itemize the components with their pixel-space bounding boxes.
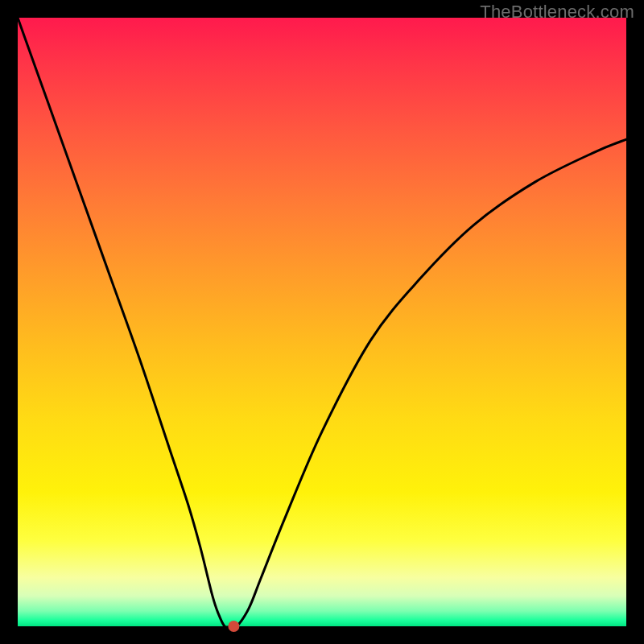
- chart-frame: TheBottleneck.com: [0, 0, 644, 644]
- plot-area: [18, 18, 626, 626]
- minimum-marker: [228, 621, 239, 632]
- bottleneck-curve: [18, 18, 626, 628]
- curve-svg: [18, 18, 626, 626]
